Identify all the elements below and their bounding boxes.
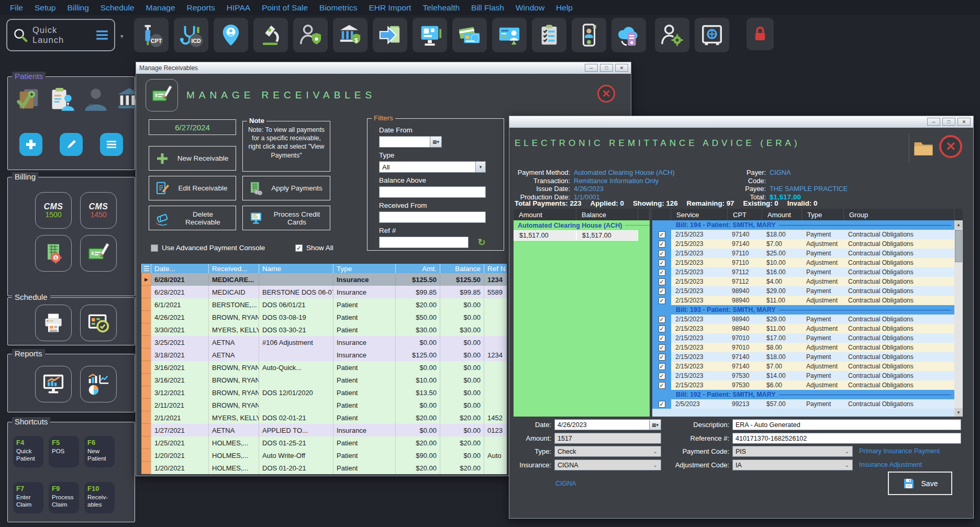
chevron-down-icon[interactable]: ▾ (475, 162, 485, 172)
maximize-button[interactable]: □ (600, 64, 613, 72)
checkbox-cell[interactable]: ✓ (652, 296, 671, 305)
checkbox-checked-icon[interactable]: ✓ (659, 297, 665, 304)
menu-item-ehr-import[interactable]: EHR Import (363, 0, 417, 15)
patient-clipboard-icon[interactable] (49, 86, 76, 113)
column-header-cpt[interactable]: CPT (728, 209, 762, 220)
service-row[interactable]: ✓2/15/202397010$17.00PaymentContractual … (652, 333, 954, 343)
shortcut-f6[interactable]: F6New Patient (84, 436, 115, 467)
checkbox-checked-icon[interactable]: ✓ (659, 269, 665, 276)
shortcut-f9[interactable]: F9Process Claim (49, 482, 79, 513)
table-row[interactable]: 3/16/2021BROWN, RYANAuto-Quick...Patient… (141, 361, 507, 374)
open-folder-button[interactable] (909, 134, 937, 162)
minimize-button[interactable]: ─ (585, 64, 598, 72)
shortcut-f7[interactable]: F7Enter Claim (13, 482, 43, 513)
column-header-balance[interactable]: Balance (440, 264, 484, 273)
table-row[interactable]: 3/25/2021AETNA#106 AdjustmentInsurance$0… (141, 336, 507, 349)
checkbox-checked-icon[interactable]: ✓ (659, 363, 665, 370)
list-patient-button[interactable] (100, 133, 123, 156)
column-header-type[interactable]: Type (333, 264, 395, 273)
new-receivable-button[interactable]: New Receivable (149, 146, 236, 171)
shortcut-f10[interactable]: F10Receiv- ables (84, 482, 115, 513)
menu-item-window[interactable]: Window (510, 0, 550, 15)
checkbox-cell[interactable]: ✓ (652, 249, 671, 258)
checkbox-checked-icon[interactable]: ✓ (659, 241, 665, 248)
received-from-input[interactable] (379, 211, 486, 223)
era-titlebar[interactable]: ─ □ ✕ (509, 116, 973, 128)
checkbox-cell[interactable]: ✓ (652, 277, 671, 286)
checkbox-checked-icon[interactable]: ✓ (659, 278, 665, 285)
appointments-button[interactable] (80, 305, 117, 341)
row-selector[interactable] (141, 411, 151, 424)
era-description-input[interactable]: ERA - Auto Generated (732, 419, 961, 430)
checkbox-checked-icon[interactable]: ✓ (659, 373, 665, 379)
checkbox-cell[interactable]: ✓ (652, 267, 671, 277)
report-charts-button[interactable] (80, 366, 117, 402)
era-insurance-select[interactable]: CIGNA ⌄ (554, 459, 661, 470)
checkbox-checked-icon[interactable]: ✓ (659, 354, 665, 361)
row-selector[interactable] (141, 298, 151, 311)
patient-chart-icon[interactable] (15, 86, 42, 113)
vault-button[interactable] (695, 18, 729, 52)
provider-location-button[interactable] (214, 18, 248, 52)
scrollbar[interactable]: ▲ ▼ (954, 220, 963, 417)
table-row[interactable]: 1/27/2021AETNAAPPLIED TO...Insurance$0.0… (141, 424, 507, 436)
advanced-payment-checkbox[interactable]: Use Advanced Payment Console (151, 244, 265, 252)
service-row[interactable]: ✓2/15/202397530$14.00PaymentContractual … (652, 371, 954, 380)
checkbox-checked-icon[interactable]: ✓ (659, 335, 665, 342)
menu-icon[interactable] (95, 29, 109, 41)
table-row[interactable]: 3/12/2021BROWN, RYANDOS 12/01/2020Patien… (141, 386, 507, 399)
save-button[interactable]: Save (888, 472, 952, 495)
table-row[interactable]: 2/11/2021BROWN, RYANPatient$0.00$0.00 (141, 399, 507, 411)
table-row[interactable]: ▶6/28/2021MEDICARE...Insurance$125.50$12… (141, 273, 507, 286)
checkbox-cell[interactable]: ✓ (652, 380, 671, 390)
checkbox-cell[interactable]: ✓ (652, 352, 671, 362)
service-row[interactable]: ✓2/15/202397530$6.00AdjustmentContractua… (652, 380, 954, 390)
service-row[interactable]: ✓2/15/202397140$7.00AdjustmentContractua… (652, 239, 954, 249)
mr-titlebar[interactable]: Manage Receivables ─ □ ✕ (136, 62, 631, 74)
column-header-date[interactable]: Date... (151, 264, 208, 273)
era-close-icon[interactable]: ✕ (939, 135, 962, 158)
menu-item-point-of-sale[interactable]: Point of Sale (256, 0, 314, 15)
checkbox-cell[interactable]: ✓ (652, 315, 671, 324)
checkbox-checked-icon[interactable]: ✓ (659, 288, 665, 295)
column-header-service[interactable]: Service (671, 209, 728, 220)
close-button[interactable]: ✕ (957, 118, 971, 126)
service-row[interactable]: ✓2/15/202397140$18.00PaymentContractual … (652, 352, 954, 362)
column-header-amount[interactable]: Amount (762, 209, 802, 220)
row-selector[interactable] (141, 323, 151, 336)
menu-item-billing[interactable]: Billing (62, 0, 95, 15)
cms-1450-button[interactable]: CMS 1450 (80, 192, 117, 229)
checkbox-checked-icon[interactable]: ✓ (659, 401, 665, 408)
table-row[interactable]: 1/20/2021HOLMES,...Auto Write-OffPatient… (141, 449, 507, 462)
checkbox-cell[interactable]: ✓ (652, 362, 671, 371)
shortcut-f5[interactable]: F5POS (49, 436, 79, 467)
column-header-amount[interactable]: Amount (514, 209, 576, 220)
cpt-codes-button[interactable]: CPT (134, 18, 169, 52)
delete-receivable-button[interactable]: Delete Receivable (149, 206, 236, 230)
ehr-cloud-button[interactable] (611, 18, 646, 52)
row-selector[interactable] (141, 462, 151, 474)
menu-item-setup[interactable]: Setup (29, 0, 62, 15)
menu-item-biometrics[interactable]: Biometrics (314, 0, 363, 15)
service-row[interactable]: ✓2/15/202397140$18.00PaymentContractual … (652, 230, 954, 239)
checkbox-checked-icon[interactable]: ✓ (659, 231, 665, 238)
era-amount-input[interactable]: 1517 (554, 433, 661, 444)
menu-item-manage[interactable]: Manage (140, 0, 181, 15)
column-header-received[interactable]: Received... (208, 264, 259, 273)
menu-item-file[interactable]: File (4, 0, 29, 15)
statements-button[interactable]: $ (35, 235, 72, 272)
column-header-amt[interactable]: Amt. (395, 264, 440, 273)
era-date-input[interactable]: 4/26/2023 ▦▾ (554, 419, 661, 430)
user-settings-button[interactable] (655, 18, 689, 52)
ref-number-input[interactable] (379, 237, 469, 248)
patient-security-button[interactable] (293, 18, 328, 52)
row-selector[interactable] (141, 386, 151, 399)
mr-date-display[interactable]: 6/27/2024 (149, 119, 236, 135)
checkbox-checked-icon[interactable]: ✓ (659, 382, 665, 389)
service-row[interactable]: ✓2/15/202397110$10.00AdjustmentContractu… (652, 258, 954, 267)
menu-item-schedule[interactable]: Schedule (95, 0, 140, 15)
menu-item-help[interactable]: Help (550, 0, 578, 15)
checkbox-checked-icon[interactable]: ✓ (659, 260, 665, 266)
checkbox-cell[interactable]: ✓ (652, 399, 671, 409)
service-row[interactable]: ✓2/5/202399213$57.00PaymentContractual O… (652, 399, 954, 409)
